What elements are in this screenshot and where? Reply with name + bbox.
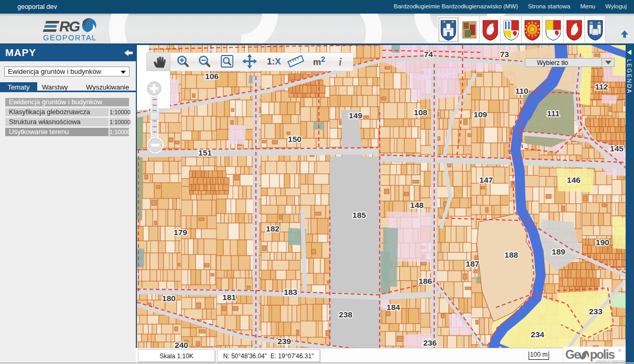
svg-text:187: 187	[466, 259, 479, 268]
svg-text:Ge: Ge	[565, 348, 580, 361]
svg-text:236: 236	[423, 338, 437, 347]
svg-text:GEOPORTAL: GEOPORTAL	[43, 34, 96, 42]
svg-text:185: 185	[352, 211, 366, 219]
svg-text:112: 112	[595, 82, 608, 91]
svg-text:110: 110	[515, 86, 528, 95]
svg-text:73: 73	[500, 50, 509, 59]
svg-text:145: 145	[610, 144, 624, 153]
svg-text:233: 233	[589, 307, 603, 316]
svg-text:149: 149	[349, 111, 362, 120]
svg-text:146: 146	[567, 175, 581, 184]
svg-text:183: 183	[284, 288, 297, 296]
svg-text:74: 74	[424, 50, 433, 59]
svg-text:i: i	[339, 56, 342, 68]
svg-text:147: 147	[479, 175, 493, 184]
svg-text:151: 151	[198, 148, 212, 157]
svg-text:111: 111	[547, 109, 560, 118]
svg-text:181: 181	[222, 293, 236, 302]
svg-text:189: 189	[552, 247, 565, 256]
svg-text:182: 182	[266, 224, 280, 233]
svg-text:234: 234	[531, 330, 544, 339]
svg-text:179: 179	[174, 228, 187, 237]
svg-text:150: 150	[288, 135, 302, 144]
svg-text:109: 109	[474, 110, 487, 119]
svg-text:148: 148	[410, 201, 424, 209]
svg-text:190: 190	[596, 238, 609, 247]
svg-text:188: 188	[504, 250, 518, 259]
svg-text:238: 238	[339, 310, 352, 319]
svg-text:polis: polis	[590, 348, 615, 361]
svg-text:1:X: 1:X	[267, 57, 281, 67]
svg-text:m2: m2	[313, 55, 325, 67]
svg-text:184: 184	[386, 303, 400, 312]
svg-text:RG: RG	[59, 18, 80, 35]
svg-text:108: 108	[414, 108, 427, 117]
svg-text:180: 180	[162, 294, 176, 303]
svg-text:239: 239	[277, 337, 291, 346]
svg-text:186: 186	[418, 277, 432, 285]
svg-text:106: 106	[205, 72, 219, 81]
